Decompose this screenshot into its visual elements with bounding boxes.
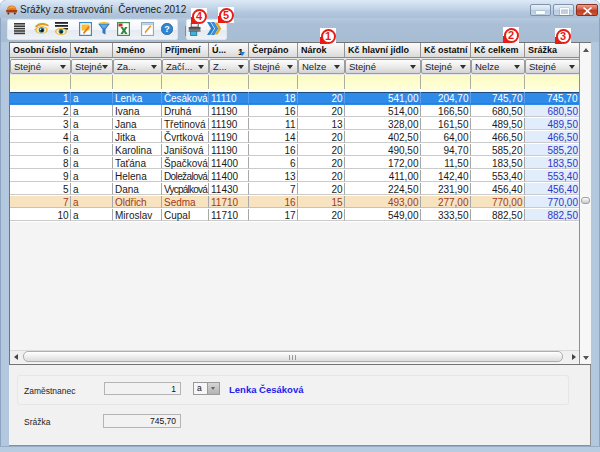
svg-text:?: ?	[164, 24, 170, 34]
